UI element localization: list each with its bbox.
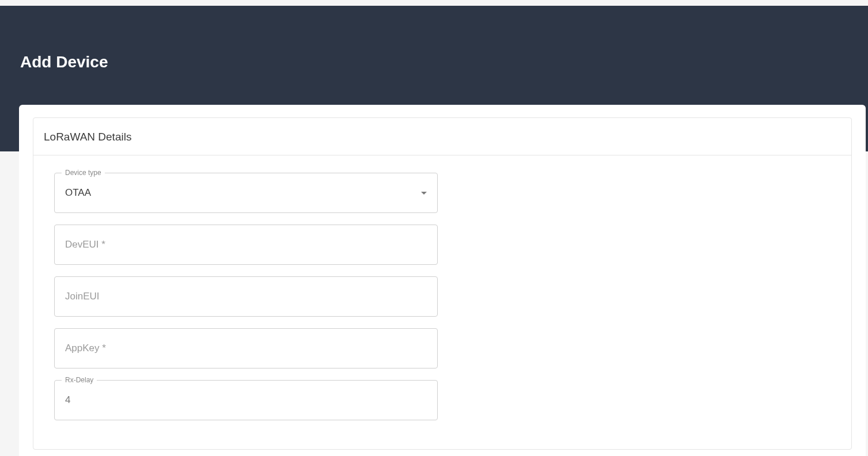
appkey-field: AppKey * — [54, 328, 438, 368]
appkey-input[interactable] — [65, 329, 427, 368]
section-header: LoRaWAN Details — [33, 118, 851, 155]
page-title: Add Device — [0, 6, 868, 71]
joineui-input[interactable] — [65, 277, 427, 316]
rxdelay-wrapper: Rx-Delay — [54, 380, 438, 420]
device-type-select[interactable]: Device type OTAA — [54, 173, 438, 213]
section-body: Device type OTAA DevEUI * JoinEUI — [33, 155, 851, 449]
device-type-field: Device type OTAA — [54, 173, 438, 213]
rxdelay-field: Rx-Delay — [54, 380, 438, 420]
section-title: LoRaWAN Details — [44, 131, 841, 143]
deveui-input[interactable] — [65, 225, 427, 264]
deveui-wrapper: DevEUI * — [54, 225, 438, 265]
device-type-value: OTAA — [65, 187, 421, 199]
rxdelay-label: Rx-Delay — [62, 376, 97, 384]
deveui-field: DevEUI * — [54, 225, 438, 265]
joineui-field: JoinEUI — [54, 276, 438, 317]
top-bar — [0, 0, 868, 6]
lorawan-section: LoRaWAN Details Device type OTAA DevEUI … — [33, 117, 852, 450]
device-type-label: Device type — [62, 169, 105, 177]
main-card: LoRaWAN Details Device type OTAA DevEUI … — [19, 105, 866, 456]
rxdelay-input[interactable] — [65, 381, 427, 420]
chevron-down-icon — [421, 192, 427, 195]
joineui-wrapper: JoinEUI — [54, 276, 438, 317]
appkey-wrapper: AppKey * — [54, 328, 438, 368]
